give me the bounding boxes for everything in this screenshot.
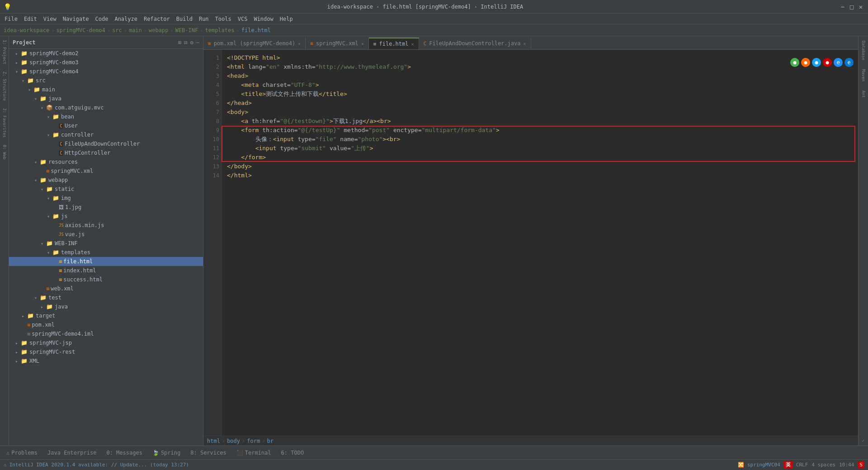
tree-item-springMVC_xml[interactable]: ≡springMVC.xml bbox=[9, 166, 203, 176]
gradle-panel-toggle[interactable]: ✓ bbox=[860, 436, 867, 446]
menu-item-help[interactable]: Help bbox=[277, 15, 296, 23]
tree-item-img[interactable]: ▾📁img bbox=[9, 194, 203, 203]
tree-item-target[interactable]: ▸📁target bbox=[9, 311, 203, 320]
code-line-5[interactable]: <title>测试文件上传和下载</title> bbox=[227, 90, 853, 99]
tree-item-vue_js[interactable]: JSvue.js bbox=[9, 230, 203, 239]
tree-item-file_html[interactable]: ≡file.html bbox=[9, 257, 203, 266]
indent-indicator[interactable]: 4 spaces bbox=[811, 462, 835, 468]
tree-item-User[interactable]: CUser bbox=[9, 121, 203, 130]
settings-icon[interactable]: ⚙ bbox=[190, 39, 193, 46]
tab-close-button[interactable]: ✕ bbox=[523, 41, 526, 46]
bottom-tab-java-enterprise[interactable]: Java Enterprise bbox=[43, 447, 101, 458]
tree-item-springMVC_demo4_iml[interactable]: ≡springMVC-demo4.iml bbox=[9, 329, 203, 338]
tree-item-controller[interactable]: ▾📁controller bbox=[9, 130, 203, 139]
menu-item-tools[interactable]: Tools bbox=[212, 15, 234, 23]
hide-icon[interactable]: — bbox=[196, 39, 199, 46]
breadcrumb-item-idea_workspace[interactable]: idea-workspace bbox=[4, 27, 49, 33]
editor-bc-item-br[interactable]: br bbox=[267, 438, 273, 444]
database-panel-toggle[interactable]: Database bbox=[860, 38, 867, 63]
tab-close-button[interactable]: ✕ bbox=[298, 41, 301, 46]
ie-icon[interactable]: e bbox=[834, 58, 843, 67]
tree-item-templates[interactable]: ▾📁templates bbox=[9, 248, 203, 257]
code-line-4[interactable]: <meta charset="UTF-8"> bbox=[227, 81, 853, 90]
code-editor[interactable]: <!DOCTYPE html><html lang="en" xmlns:th=… bbox=[222, 50, 858, 436]
editor-bc-item-body[interactable]: body bbox=[227, 438, 240, 444]
code-line-14[interactable]: </html> bbox=[227, 171, 853, 180]
tree-item-pom_xml[interactable]: ≡pom.xml bbox=[9, 320, 203, 329]
tree-item-webapp[interactable]: ▾📁webapp bbox=[9, 176, 203, 185]
opera-icon[interactable]: ● bbox=[823, 58, 832, 67]
bottom-tab-messages[interactable]: 0: Messages bbox=[102, 447, 146, 458]
update-link[interactable]: IntelliJ IDEA 2020.1.4 available: // Upd… bbox=[9, 462, 189, 468]
code-line-6[interactable]: </head> bbox=[227, 99, 853, 108]
editor-tab-springMVC-xml[interactable]: ≡springMVC.xml✕ bbox=[306, 38, 369, 49]
project-panel-toggle[interactable]: 1: Project bbox=[1, 38, 8, 66]
menu-item-vcs[interactable]: VCS bbox=[235, 15, 250, 23]
expand-all-icon[interactable]: ⊞ bbox=[178, 39, 181, 46]
tree-item-java[interactable]: ▾📁java bbox=[9, 94, 203, 103]
editor-tab-FileUpAndDownController[interactable]: CFileUpAndDownController.java✕ bbox=[419, 38, 531, 49]
chrome-icon[interactable]: ● bbox=[790, 58, 799, 67]
editor-tab-pom-xml[interactable]: ≡pom.xml (springMVC-demo4)✕ bbox=[203, 38, 306, 49]
menu-item-run[interactable]: Run bbox=[196, 15, 212, 23]
menu-item-window[interactable]: Window bbox=[251, 15, 276, 23]
code-line-7[interactable]: <body> bbox=[227, 108, 853, 117]
tab-close-button[interactable]: ✕ bbox=[411, 42, 414, 47]
close-button[interactable]: ✕ bbox=[857, 3, 864, 10]
code-line-12[interactable]: </form> bbox=[227, 153, 853, 162]
tree-item-springMVC_rest[interactable]: ▸📁springMVC-rest bbox=[9, 347, 203, 356]
breadcrumb-item-springMVC_demo4[interactable]: springMVC-demo4 bbox=[56, 27, 105, 33]
code-line-8[interactable]: <a th:href="@{/testDown}">下载1.jpg</a><br… bbox=[227, 117, 853, 126]
tree-item-XML[interactable]: ▸📁XML bbox=[9, 356, 203, 366]
firefox-icon[interactable]: ● bbox=[801, 58, 810, 67]
breadcrumb-item-src[interactable]: src bbox=[112, 27, 122, 33]
tree-item-static[interactable]: ▾📁static bbox=[9, 185, 203, 194]
code-line-13[interactable]: </body> bbox=[227, 162, 853, 171]
breadcrumb-item-webapp[interactable]: webapp bbox=[149, 27, 168, 33]
tab-close-button[interactable]: ✕ bbox=[361, 41, 364, 46]
bottom-tab-terminal[interactable]: ⬛Terminal bbox=[232, 447, 276, 458]
menu-item-build[interactable]: Build bbox=[174, 15, 195, 23]
favorites-panel-toggle[interactable]: 2: Favorites bbox=[1, 106, 8, 139]
tree-item-WEB_INF[interactable]: ▾📁WEB-INF bbox=[9, 239, 203, 248]
ant-panel-toggle[interactable]: Ant bbox=[860, 88, 867, 100]
menu-item-refactor[interactable]: Refactor bbox=[141, 15, 173, 23]
maximize-button[interactable]: □ bbox=[848, 3, 855, 10]
tree-item-springMVC_demo2[interactable]: ▸📁springMVC-demo2 bbox=[9, 49, 203, 58]
code-line-2[interactable]: <html lang="en" xmlns:th="http://www.thy… bbox=[227, 62, 853, 71]
tree-item-resources[interactable]: ▾📁resources bbox=[9, 157, 203, 166]
bottom-tab-spring[interactable]: 🍃Spring bbox=[148, 447, 185, 458]
tree-item-com_atguigu_mvc[interactable]: ▾📦com.atguigu.mvc bbox=[9, 103, 203, 112]
tree-item-js[interactable]: ▾📁js bbox=[9, 212, 203, 221]
tree-item-HttpController[interactable]: CHttpController bbox=[9, 148, 203, 157]
breadcrumb-item-file_html[interactable]: file.html bbox=[241, 27, 271, 33]
line-separator[interactable]: CRLF bbox=[796, 462, 808, 468]
editor-bc-item-html[interactable]: html bbox=[207, 438, 220, 444]
breadcrumb-item-main[interactable]: main bbox=[129, 27, 142, 33]
editor-tab-file-html[interactable]: ≡file.html✕ bbox=[369, 38, 419, 49]
maven-panel-toggle[interactable]: Maven bbox=[860, 66, 867, 84]
bottom-tab-todo[interactable]: 6: TODO bbox=[277, 447, 309, 458]
tree-item-springMVC_demo3[interactable]: ▸📁springMVC-demo3 bbox=[9, 58, 203, 67]
structure-panel-toggle[interactable]: Z: Structure bbox=[1, 70, 8, 103]
editor-bc-item-form[interactable]: form bbox=[247, 438, 260, 444]
menu-item-view[interactable]: View bbox=[41, 15, 59, 23]
tree-item-index_html[interactable]: ≡index.html bbox=[9, 266, 203, 275]
tree-item-web_xml[interactable]: ≡web.xml bbox=[9, 284, 203, 293]
menu-item-navigate[interactable]: Navigate bbox=[60, 15, 92, 23]
web-panel-toggle[interactable]: 0: Web bbox=[1, 143, 8, 161]
vcs-branch[interactable]: 🔀 springMVC04 bbox=[738, 462, 780, 468]
tree-item-springMVC_demo4[interactable]: ▾📁springMVC-demo4 bbox=[9, 67, 203, 76]
safari-icon[interactable]: ● bbox=[812, 58, 821, 67]
code-line-1[interactable]: <!DOCTYPE html> bbox=[227, 53, 853, 62]
tree-item-bean[interactable]: ▾📁bean bbox=[9, 112, 203, 121]
code-line-3[interactable]: <head> bbox=[227, 71, 853, 81]
tree-item-java_test[interactable]: ▸📁java bbox=[9, 302, 203, 311]
tree-item-src[interactable]: ▾📁src bbox=[9, 76, 203, 85]
tree-item-success_html[interactable]: ≡success.html bbox=[9, 275, 203, 284]
encoding-indicator[interactable]: 英 bbox=[784, 461, 793, 468]
bottom-tab-services[interactable]: 8: Services bbox=[186, 447, 231, 458]
edge-icon[interactable]: e bbox=[844, 58, 854, 67]
menu-item-edit[interactable]: Edit bbox=[21, 15, 40, 23]
menu-item-file[interactable]: File bbox=[2, 15, 20, 23]
